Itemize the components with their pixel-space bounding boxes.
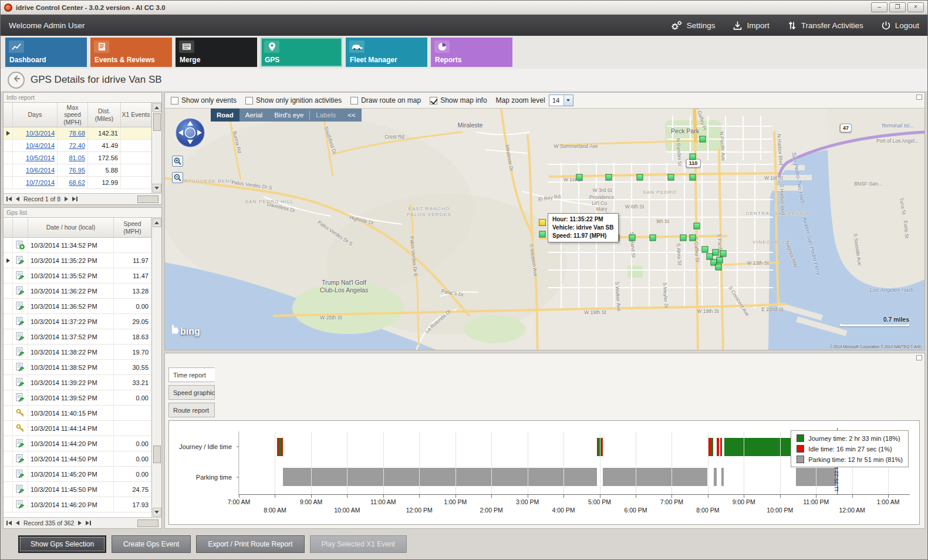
checkbox-box-checked[interactable] xyxy=(430,97,437,104)
gps-marker[interactable] xyxy=(720,251,727,257)
table-row[interactable]: 10/7/201468.6212.99 xyxy=(4,177,151,189)
map-style-labels[interactable]: Labels xyxy=(310,109,342,122)
day-link[interactable]: 10/7/2014 xyxy=(26,179,55,186)
table-row[interactable]: 10/3/2014 11:45:50 PM24.75 xyxy=(4,482,151,497)
checkbox-show-only-ignition-activities[interactable]: Show only ignition activities xyxy=(245,96,342,104)
horizontal-scrollbar-thumb[interactable] xyxy=(137,195,158,203)
gps-marker[interactable] xyxy=(716,264,722,271)
table-row[interactable]: 10/3/2014 11:46:20 PM17.93 xyxy=(4,497,151,512)
last-page-button[interactable] xyxy=(86,521,91,525)
tab-events-reviews[interactable]: Events & Reviews xyxy=(90,38,172,67)
table-row[interactable]: 10/3/2014 11:35:22 PM11.97 xyxy=(4,253,151,268)
gps-marker[interactable] xyxy=(680,235,687,241)
back-button[interactable] xyxy=(8,72,25,89)
gps-marker[interactable] xyxy=(606,174,612,181)
tab-route-report[interactable]: Route report xyxy=(168,403,215,417)
scrollbar-thumb[interactable] xyxy=(153,113,161,131)
scroll-up-icon[interactable] xyxy=(153,103,161,112)
max-speed-link[interactable]: 72.40 xyxy=(69,142,85,149)
gps-marker[interactable] xyxy=(668,174,674,181)
last-page-button[interactable] xyxy=(72,197,77,201)
tab-time-report[interactable]: Time report xyxy=(168,367,215,382)
table-row[interactable]: 10/3/2014 11:44:50 PM0.00 xyxy=(4,451,151,467)
table-row[interactable]: 10/6/201476.955.88 xyxy=(4,164,151,177)
tab-reports[interactable]: Reports xyxy=(431,38,512,67)
map-zoom-in-button[interactable] xyxy=(172,156,183,167)
gps-marker[interactable] xyxy=(702,247,708,253)
table-row[interactable]: 10/3/2014 11:38:22 PM19.70 xyxy=(4,345,151,360)
table-row[interactable]: 10/3/2014 11:36:22 PM13.28 xyxy=(4,284,151,299)
checkbox-show-map-info[interactable]: Show map info xyxy=(430,96,487,104)
column-header-max-speed[interactable]: Max speed (MPH) xyxy=(58,103,88,127)
checkbox-box[interactable] xyxy=(171,97,178,104)
map-canvas[interactable]: MiralestePeck ParkPORTUGUESE BENDSAN PED… xyxy=(165,108,924,350)
prev-page-button[interactable] xyxy=(16,521,19,525)
map-toolbar-collapse-button[interactable]: << xyxy=(342,109,361,122)
table-row[interactable]: 10/3/2014 11:38:52 PM30.55 xyxy=(4,360,151,375)
gps-marker[interactable] xyxy=(713,249,719,256)
day-link[interactable]: 10/5/2014 xyxy=(26,154,55,161)
column-header-speed[interactable]: Speed (MPH) xyxy=(114,218,151,237)
gps-marker[interactable] xyxy=(690,174,696,181)
gps-marker[interactable] xyxy=(690,154,696,160)
map-compass-control[interactable] xyxy=(174,117,206,151)
show-gps-selection-button[interactable]: Show Gps Selection xyxy=(18,535,106,553)
max-speed-link[interactable]: 78.68 xyxy=(69,130,85,137)
gps-marker[interactable] xyxy=(629,235,636,241)
table-row[interactable]: 10/3/2014 11:36:52 PM0.00 xyxy=(4,299,151,314)
table-row[interactable]: 10/4/201472.4041.49 xyxy=(4,140,151,152)
column-header-date-hour[interactable]: Date / hour (local) xyxy=(28,218,114,237)
table-row[interactable]: 10/3/2014 11:35:52 PM11.47 xyxy=(4,268,151,284)
column-header-x1-events[interactable]: X1 Events xyxy=(121,103,151,127)
checkbox-draw-route-on-map[interactable]: Draw route on map xyxy=(350,96,421,104)
map-zoom-out-button[interactable] xyxy=(172,172,183,183)
first-page-button[interactable] xyxy=(6,197,12,201)
menu-item-transfer-activities[interactable]: Transfer Activities xyxy=(787,21,863,31)
prev-page-button[interactable] xyxy=(16,197,19,201)
checkbox-box[interactable] xyxy=(245,97,253,104)
menu-item-settings[interactable]: Settings xyxy=(670,20,716,31)
table-row[interactable]: 10/3/2014 11:39:22 PM33.21 xyxy=(4,375,151,390)
column-header-distance[interactable]: Dist. (Miles) xyxy=(88,103,121,127)
day-link[interactable]: 10/6/2014 xyxy=(26,167,55,174)
gps-marker[interactable] xyxy=(650,235,656,241)
minimize-button[interactable]: – xyxy=(871,2,887,12)
map-zoom-select[interactable]: 14 xyxy=(549,95,573,106)
scrollbar-thumb[interactable] xyxy=(153,446,161,463)
menu-item-logout[interactable]: Logout xyxy=(881,21,919,31)
next-page-button[interactable] xyxy=(78,521,82,525)
collapse-panel-icon[interactable] xyxy=(916,95,922,100)
map-style-road[interactable]: Road xyxy=(211,109,239,122)
map-style-bird-s-eye[interactable]: Bird's eye xyxy=(268,109,309,122)
table-row[interactable]: 10/3/2014 11:45:20 PM0.00 xyxy=(4,467,151,482)
tab-speed-graphic[interactable]: Speed graphic xyxy=(168,385,215,400)
table-row[interactable]: 10/3/2014 11:34:52 PM xyxy=(4,238,151,253)
table-row[interactable]: 10/3/2014 11:37:22 PM29.05 xyxy=(4,314,151,329)
first-page-button[interactable] xyxy=(6,521,12,525)
max-speed-link[interactable]: 68.62 xyxy=(69,179,85,186)
column-header-days[interactable]: Days xyxy=(13,103,58,127)
maximize-button[interactable]: ❐ xyxy=(889,2,906,12)
close-button[interactable]: × xyxy=(907,2,924,12)
scroll-up-icon[interactable] xyxy=(153,218,161,227)
gps-marker[interactable] xyxy=(700,136,706,143)
selected-gps-marker[interactable] xyxy=(539,219,546,226)
next-page-button[interactable] xyxy=(65,197,68,201)
gps-marker[interactable] xyxy=(576,174,583,181)
checkbox-box[interactable] xyxy=(350,97,358,104)
export-print-route-report-button[interactable]: Export / Print Route Report xyxy=(196,535,304,553)
map-style-aerial[interactable]: Aerial xyxy=(239,109,268,122)
create-gps-event-button[interactable]: Create Gps Event xyxy=(112,535,191,553)
horizontal-scrollbar-thumb[interactable] xyxy=(137,519,158,527)
max-speed-link[interactable]: 76.95 xyxy=(69,167,85,174)
table-row[interactable]: 10/5/201481.05172.56 xyxy=(4,152,151,164)
table-row[interactable]: 10/3/201478.68142.31 xyxy=(4,127,151,140)
gps-marker[interactable] xyxy=(694,223,700,230)
table-row[interactable]: 10/3/2014 11:40:15 PM xyxy=(4,406,151,421)
gps-list-scrollbar[interactable] xyxy=(151,218,161,517)
gps-marker[interactable] xyxy=(690,235,696,241)
day-link[interactable]: 10/4/2014 xyxy=(26,142,55,149)
table-row[interactable]: 10/3/2014 11:39:52 PM0.00 xyxy=(4,390,151,406)
day-link[interactable]: 10/3/2014 xyxy=(26,130,55,137)
tab-merge[interactable]: Merge xyxy=(176,38,257,67)
